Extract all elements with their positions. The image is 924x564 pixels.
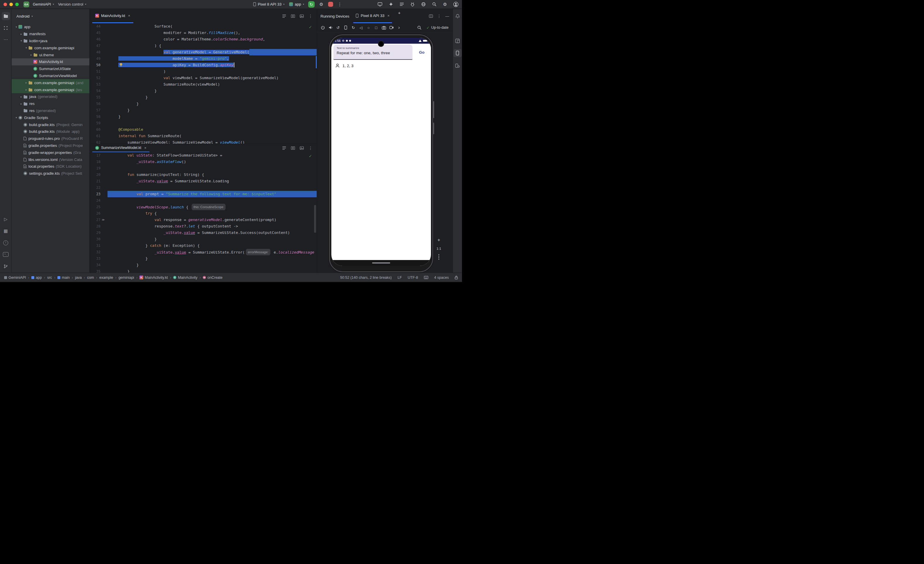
add-device-tab-button[interactable]: +: [396, 9, 402, 16]
code-line-31[interactable]: 31 } catch (e: Exception) {: [90, 242, 317, 249]
project-view-selector[interactable]: Android ▾: [12, 9, 89, 23]
home-pill[interactable]: [372, 262, 390, 263]
code-line-44[interactable]: 44 Surface(: [90, 23, 317, 30]
breadcrumb-java[interactable]: java: [75, 275, 82, 280]
tree-item-app[interactable]: ▾app: [12, 23, 89, 30]
tree-item-summarizeviewmodel[interactable]: CSummarizeViewModel: [12, 72, 89, 80]
line-separator[interactable]: LF: [398, 275, 402, 280]
split-panel-icon[interactable]: [429, 14, 433, 18]
code-line-62[interactable]: 62 summarizeViewModel: SummarizeViewMode…: [90, 139, 317, 144]
code-line-45[interactable]: 45 modifier = Modifier.fillMaxSize(),: [90, 30, 317, 36]
rotate-left-icon[interactable]: ↺: [334, 24, 342, 31]
tree-chevron-icon[interactable]: ▾: [24, 46, 28, 49]
code-line-17[interactable]: 17 val uiState: StateFlow<SummarizeUiSta…: [90, 152, 317, 159]
tree-chevron-icon[interactable]: ▾: [14, 26, 18, 29]
project-selector[interactable]: GeminiAPI▾: [32, 2, 54, 6]
code-line-54[interactable]: 54 }: [90, 88, 317, 94]
tree-item-manifests[interactable]: ▸manifests: [12, 30, 89, 38]
tree-item-build-gradle-kts[interactable]: Gbuild.gradle.kts(Project: Gemin: [12, 121, 89, 128]
tree-chevron-icon[interactable]: ▸: [19, 33, 23, 36]
overview-icon[interactable]: □: [373, 24, 380, 31]
structure-tool-icon[interactable]: [2, 24, 10, 32]
tree-chevron-icon[interactable]: ▸: [19, 102, 23, 105]
running-devices-icon[interactable]: [453, 49, 462, 57]
layout-inspector-icon[interactable]: [453, 37, 462, 45]
indent-setting[interactable]: 4 spaces: [434, 275, 449, 280]
code-line-33[interactable]: 33 }: [90, 255, 317, 262]
tree-chevron-icon[interactable]: ▾: [14, 116, 18, 119]
tree-chevron-icon[interactable]: ▾: [19, 39, 23, 42]
code-line-51[interactable]: 51 ): [90, 68, 317, 75]
screenshot-icon[interactable]: [380, 24, 387, 31]
code-line-46[interactable]: 46 color = MaterialTheme.colorScheme.bac…: [90, 36, 317, 42]
code-line-58[interactable]: 58}: [90, 113, 317, 120]
breadcrumb-mainactivity-kt[interactable]: KMainActivity.kt: [140, 275, 168, 280]
tree-chevron-icon[interactable]: ▸: [24, 88, 28, 91]
ai-assistant-icon[interactable]: [388, 1, 394, 8]
code-line-21[interactable]: 21 _uiState.value = SummarizeUiState.Loa…: [90, 178, 317, 184]
todo-list-icon[interactable]: [398, 1, 405, 8]
home-icon[interactable]: ○: [365, 24, 372, 31]
tree-item-com-example-geminiapi[interactable]: ▸com.example.geminiapi(tes: [12, 86, 89, 93]
vcs-menu[interactable]: Version control▾: [57, 2, 87, 6]
code-line-50[interactable]: 50 apiKey = BuildConfig.apiKey: [90, 62, 317, 68]
breadcrumb-main[interactable]: main: [57, 275, 70, 280]
code-line-25[interactable]: 25 viewModelScope.launch { this: Corouti…: [90, 204, 317, 210]
code-line-29[interactable]: 29 _uiState.value = SummarizeUiState.Suc…: [90, 230, 317, 236]
code-line-55[interactable]: 55 }: [90, 94, 317, 101]
code-line-23[interactable]: 23 val prompt = "Summarize the following…: [90, 191, 317, 197]
editor-summarizeviewmodel[interactable]: ✓ 17 val uiState: StateFlow<SummarizeUiS…: [90, 152, 317, 273]
code-line-56[interactable]: 56 }: [90, 101, 317, 107]
search-everywhere-icon[interactable]: [431, 1, 437, 8]
breadcrumb-com[interactable]: com: [87, 275, 94, 280]
more-tool-windows-icon[interactable]: ⋯: [2, 36, 10, 44]
code-line-22[interactable]: 22: [90, 184, 317, 191]
settings-gear-icon[interactable]: ⚙: [318, 1, 325, 8]
device-mirroring-icon[interactable]: [377, 1, 383, 8]
device-manager-icon[interactable]: [453, 61, 462, 69]
screen-record-icon[interactable]: [388, 24, 395, 31]
close-tab-icon[interactable]: ×: [128, 14, 130, 18]
back-icon[interactable]: ◁: [357, 24, 364, 31]
editor-list-icon[interactable]: [282, 146, 286, 150]
code-line-34[interactable]: 34 }: [90, 262, 317, 268]
more-actions-icon[interactable]: ⋮: [337, 1, 343, 8]
code-line-49[interactable]: 49 modelName = "gemini-pro",: [90, 56, 317, 62]
close-tab-icon[interactable]: ×: [144, 146, 147, 150]
run-tool-icon[interactable]: ▷: [2, 215, 10, 223]
device-selector[interactable]: Pixel 8 API 33▾: [252, 2, 285, 6]
code-line-52[interactable]: 52 val viewModel = SummarizeViewModel(ge…: [90, 75, 317, 81]
run-config-selector[interactable]: app▾: [289, 2, 304, 6]
tree-item-ui-theme[interactable]: ▸ui.theme: [12, 51, 89, 58]
code-line-28[interactable]: 28 response.text?.let { outputContent ->: [90, 223, 317, 230]
stop-button[interactable]: [328, 2, 333, 7]
volume-icon[interactable]: [327, 24, 334, 31]
file-encoding[interactable]: UTF-8: [408, 275, 418, 280]
editor-preview-icon[interactable]: [300, 14, 304, 18]
code-line-59[interactable]: 59: [90, 120, 317, 126]
code-line-18[interactable]: 18 _uiState.asStateFlow(): [90, 159, 317, 165]
code-line-48[interactable]: 48 val generativeModel = GenerativeModel…: [90, 49, 317, 56]
minimize-window-button[interactable]: [9, 3, 13, 6]
breadcrumb-geminiapi[interactable]: geminiapi: [118, 275, 134, 280]
version-control-tool-icon[interactable]: [2, 262, 10, 270]
breadcrumb-src[interactable]: src: [47, 275, 52, 280]
code-line-32[interactable]: 32 _uiState.value = SummarizeUiState.Err…: [90, 249, 317, 255]
editor-more-icon[interactable]: ⋮: [309, 14, 313, 18]
tree-item-local-properties[interactable]: local.properties(SDK Location): [12, 163, 89, 170]
tree-chevron-icon[interactable]: ▸: [19, 95, 23, 98]
tree-item-settings-gradle-kts[interactable]: Gsettings.gradle.kts(Project Sett: [12, 170, 89, 177]
editor-preview-icon[interactable]: [300, 146, 304, 150]
tree-chevron-icon[interactable]: ▸: [24, 81, 28, 84]
emulator-phone[interactable]: 1:56 ⚙ Text to summarize Repeat for me: …: [329, 34, 433, 272]
tree-item-gradle-wrapper-properties[interactable]: gradle-wrapper.properties(Gra: [12, 149, 89, 156]
panel-more-icon[interactable]: ⋮: [437, 14, 441, 18]
more-controls-chevron[interactable]: ›: [396, 24, 402, 31]
phone-screen[interactable]: 1:56 ⚙ Text to summarize Repeat for me: …: [332, 38, 431, 266]
code-line-61[interactable]: 61internal fun SummarizeRoute(: [90, 133, 317, 139]
breadcrumb-app[interactable]: app: [32, 275, 42, 280]
editor-mainactivity[interactable]: ✓ 44 Surface(45 modifier = Modifier.fill…: [90, 23, 317, 144]
code-line-53[interactable]: 53 SummarizeRoute(viewModel): [90, 81, 317, 88]
inspection-ok-icon[interactable]: ✓: [309, 25, 312, 29]
editor-split-icon[interactable]: [291, 146, 295, 150]
